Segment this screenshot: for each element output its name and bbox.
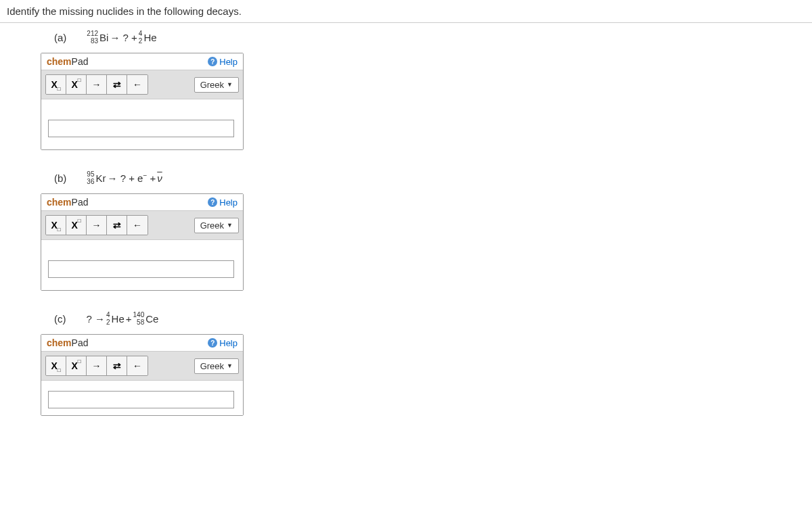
equation-a: (a) 212 83 Bi → ? + 4 2 He bbox=[54, 30, 771, 45]
mass-number: 140 bbox=[133, 311, 145, 318]
greek-label: Greek bbox=[200, 361, 224, 371]
chevron-down-icon: ▼ bbox=[227, 81, 233, 88]
greek-dropdown[interactable]: Greek ▼ bbox=[194, 358, 239, 374]
help-icon: ? bbox=[208, 338, 217, 348]
question-text: Identify the missing nuclides in the fol… bbox=[0, 0, 812, 23]
isotope-he: 4 2 He bbox=[139, 30, 157, 45]
greek-label: Greek bbox=[200, 80, 224, 90]
superscript-box-icon: □ bbox=[78, 77, 81, 83]
equilibrium-button[interactable]: ⇄ bbox=[107, 356, 127, 375]
help-icon: ? bbox=[208, 57, 217, 66]
mass-number: 4 bbox=[139, 30, 143, 37]
chempad-title: chemPad bbox=[47, 56, 89, 67]
chempad-title-chem: chem bbox=[47, 337, 72, 348]
toolbar: X□ X□ → ⇄ ← Greek ▼ bbox=[41, 352, 243, 381]
help-link[interactable]: ? Help bbox=[208, 197, 238, 208]
equilibrium-button[interactable]: ⇄ bbox=[107, 216, 127, 235]
arrow-right-button[interactable]: → bbox=[87, 356, 107, 375]
chempad-title-pad: Pad bbox=[72, 337, 89, 348]
atomic-number: 36 bbox=[87, 178, 94, 185]
equilibrium-button[interactable]: ⇄ bbox=[107, 75, 127, 94]
answer-input-a[interactable] bbox=[48, 120, 234, 137]
part-label-c: (c) bbox=[54, 313, 66, 325]
superscript-x: X bbox=[71, 360, 77, 371]
equation-c: (c) ? → 4 2 He + 140 58 Ce bbox=[54, 311, 771, 326]
subscript-x: X bbox=[51, 79, 57, 90]
arrow-left-button[interactable]: ← bbox=[127, 216, 148, 235]
toolbar: X□ X□ → ⇄ ← Greek ▼ bbox=[41, 70, 243, 99]
answer-input-b[interactable] bbox=[48, 260, 234, 278]
arrow-right-button[interactable]: → bbox=[87, 216, 107, 235]
atomic-number: 58 bbox=[137, 318, 144, 326]
isotope-ce: 140 58 Ce bbox=[133, 311, 159, 326]
superscript-x: X bbox=[71, 220, 77, 231]
antineutrino: ν bbox=[157, 172, 162, 184]
atomic-number: 83 bbox=[91, 37, 98, 45]
element-symbol: Bi bbox=[99, 32, 108, 43]
toolbar-buttons: X□ X□ → ⇄ ← bbox=[45, 356, 148, 376]
subscript-button[interactable]: X□ bbox=[46, 75, 66, 94]
chempad-a: chemPad ? Help X□ X□ → ⇄ ← bbox=[41, 53, 244, 150]
toolbar-buttons: X□ X□ → ⇄ ← bbox=[45, 74, 148, 95]
superscript-x: X bbox=[71, 79, 77, 90]
help-link[interactable]: ? Help bbox=[208, 338, 238, 348]
part-c: (c) ? → 4 2 He + 140 58 Ce bbox=[41, 311, 771, 416]
chevron-down-icon: ▼ bbox=[227, 362, 233, 369]
chempad-title: chemPad bbox=[47, 197, 89, 208]
superscript-button[interactable]: X□ bbox=[66, 216, 87, 235]
subscript-button[interactable]: X□ bbox=[46, 356, 66, 375]
atomic-number: 2 bbox=[139, 37, 143, 45]
element-symbol: He bbox=[143, 32, 156, 43]
help-label: Help bbox=[219, 197, 238, 208]
subscript-button[interactable]: X□ bbox=[46, 216, 66, 235]
equation-text: → ? + bbox=[110, 32, 137, 43]
help-link[interactable]: ? Help bbox=[208, 57, 238, 67]
mass-number: 4 bbox=[106, 311, 110, 318]
subscript-x: X bbox=[51, 220, 57, 231]
equation-text: ? → bbox=[87, 313, 106, 325]
answer-area bbox=[41, 99, 243, 149]
chempad-title-pad: Pad bbox=[72, 197, 89, 208]
superscript-button[interactable]: X□ bbox=[66, 75, 87, 94]
atomic-number: 2 bbox=[106, 318, 110, 326]
greek-dropdown[interactable]: Greek ▼ bbox=[194, 77, 239, 93]
isotope-kr: 95 36 Kr bbox=[87, 170, 106, 185]
plus-sign: + bbox=[126, 313, 132, 325]
part-b: (b) 95 36 Kr → ? + e− + ν chemPad bbox=[41, 170, 771, 291]
chempad-title: chemPad bbox=[47, 337, 89, 348]
element-symbol: Kr bbox=[95, 172, 106, 184]
greek-dropdown[interactable]: Greek ▼ bbox=[194, 218, 239, 233]
part-a: (a) 212 83 Bi → ? + 4 2 He bbox=[41, 30, 771, 150]
chempad-title-pad: Pad bbox=[72, 56, 89, 67]
chempad-title-chem: chem bbox=[47, 197, 72, 208]
answer-area bbox=[41, 381, 243, 415]
mass-number: 95 bbox=[87, 170, 94, 178]
isotope-he-c: 4 2 He bbox=[106, 311, 125, 326]
chempad-title-chem: chem bbox=[47, 56, 72, 67]
chempad-b: chemPad ? Help X□ X□ → ⇄ ← bbox=[41, 193, 244, 291]
isotope-bi: 212 83 Bi bbox=[87, 30, 108, 45]
equation-b: (b) 95 36 Kr → ? + e− + ν bbox=[54, 170, 771, 185]
chevron-down-icon: ▼ bbox=[227, 222, 233, 229]
content-area: (a) 212 83 Bi → ? + 4 2 He bbox=[0, 23, 812, 443]
help-label: Help bbox=[219, 57, 238, 67]
answer-input-c[interactable] bbox=[48, 391, 234, 408]
toolbar: X□ X□ → ⇄ ← Greek ▼ bbox=[41, 211, 243, 240]
part-label-a: (a) bbox=[54, 32, 66, 43]
mass-number: 212 bbox=[87, 30, 98, 37]
equation-text: → ? + e− + bbox=[107, 172, 156, 184]
element-symbol: Ce bbox=[145, 313, 158, 325]
subscript-box-icon: □ bbox=[58, 86, 61, 92]
toolbar-buttons: X□ X□ → ⇄ ← bbox=[45, 215, 148, 235]
superscript-box-icon: □ bbox=[78, 358, 81, 364]
answer-area bbox=[41, 240, 243, 290]
help-icon: ? bbox=[208, 197, 217, 207]
help-label: Help bbox=[219, 338, 238, 348]
arrow-left-button[interactable]: ← bbox=[127, 75, 148, 94]
element-symbol: He bbox=[112, 313, 125, 325]
arrow-right-button[interactable]: → bbox=[87, 75, 107, 94]
superscript-button[interactable]: X□ bbox=[66, 356, 87, 375]
part-label-b: (b) bbox=[54, 172, 66, 184]
chempad-c: chemPad ? Help X□ X□ → ⇄ ← bbox=[41, 334, 244, 416]
arrow-left-button[interactable]: ← bbox=[127, 356, 148, 375]
